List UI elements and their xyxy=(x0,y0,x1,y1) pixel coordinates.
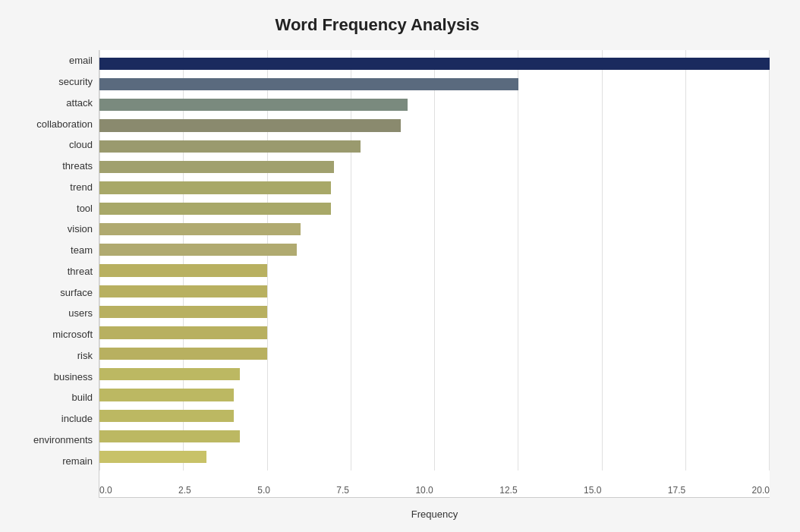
bar xyxy=(99,223,301,235)
x-axis-labels: 0.02.55.07.510.012.515.017.520.0 xyxy=(99,471,770,497)
y-label: email xyxy=(15,55,93,65)
y-label: users xyxy=(15,308,93,318)
y-label: vision xyxy=(15,224,93,234)
bar-row xyxy=(99,156,770,177)
bar xyxy=(99,326,267,338)
bar-row xyxy=(99,385,770,405)
bar xyxy=(99,264,267,276)
x-tick: 15.0 xyxy=(584,485,601,496)
bar xyxy=(99,410,234,422)
bar-row xyxy=(99,136,770,156)
bar-row xyxy=(99,240,770,260)
y-label: threats xyxy=(15,161,93,171)
x-tick: 5.0 xyxy=(257,485,270,496)
plot-area: 0.02.55.07.510.012.515.017.520.0 Frequen… xyxy=(99,50,770,498)
y-label: collaboration xyxy=(15,119,93,129)
bar xyxy=(99,161,334,173)
y-label: surface xyxy=(15,288,93,297)
bar-row xyxy=(99,302,770,323)
bar xyxy=(99,203,331,215)
bar-row xyxy=(99,281,770,301)
chart-container: Word Frequency Analysis emailsecurityatt… xyxy=(0,0,800,532)
chart-title: Word Frequency Analysis xyxy=(15,15,770,35)
y-label: risk xyxy=(15,351,93,360)
bar xyxy=(99,430,240,442)
x-tick: 17.5 xyxy=(668,485,685,496)
y-label: threat xyxy=(15,266,93,276)
bar-row xyxy=(99,426,770,446)
y-label: remain xyxy=(15,456,93,466)
bar xyxy=(99,368,240,380)
x-axis-title: Frequency xyxy=(99,508,770,520)
bar-row xyxy=(99,178,770,198)
bar xyxy=(99,181,331,194)
x-tick: 7.5 xyxy=(336,485,349,496)
bars-area xyxy=(99,50,770,471)
chart-area: emailsecurityattackcollaborationcloudthr… xyxy=(15,50,770,498)
x-tick: 20.0 xyxy=(752,485,770,496)
bar xyxy=(99,348,267,360)
bar xyxy=(99,140,361,153)
bar xyxy=(99,78,518,90)
x-tick: 2.5 xyxy=(178,485,191,496)
bar-row xyxy=(99,219,770,239)
y-label: build xyxy=(15,392,93,402)
y-label: environments xyxy=(15,435,93,445)
bar-row xyxy=(99,74,770,94)
bar-row xyxy=(99,405,770,426)
bar xyxy=(99,389,234,401)
bar-row xyxy=(99,53,770,74)
x-tick: 0.0 xyxy=(99,485,112,496)
x-tick: 12.5 xyxy=(499,485,517,496)
y-label: microsoft xyxy=(15,329,93,339)
bar xyxy=(99,58,770,70)
bar-row xyxy=(99,260,770,281)
x-tick: 10.0 xyxy=(415,485,433,496)
y-label: team xyxy=(15,245,93,255)
bar xyxy=(99,119,401,131)
y-label: security xyxy=(15,77,93,87)
bar-row xyxy=(99,115,770,136)
bar-row xyxy=(99,198,770,219)
bar xyxy=(99,244,297,256)
y-label: include xyxy=(15,414,93,423)
y-label: attack xyxy=(15,98,93,108)
bar-row xyxy=(99,343,770,364)
bar xyxy=(99,451,206,463)
y-label: trend xyxy=(15,182,93,192)
bar xyxy=(99,285,267,297)
bar xyxy=(99,306,267,318)
bar xyxy=(99,99,408,111)
bar-row xyxy=(99,323,770,343)
y-axis: emailsecurityattackcollaborationcloudthr… xyxy=(15,50,99,498)
y-label: business xyxy=(15,372,93,382)
bar-row xyxy=(99,364,770,384)
bar-row xyxy=(99,95,770,115)
y-label: cloud xyxy=(15,140,93,150)
bar-row xyxy=(99,447,770,467)
y-label: tool xyxy=(15,203,93,213)
